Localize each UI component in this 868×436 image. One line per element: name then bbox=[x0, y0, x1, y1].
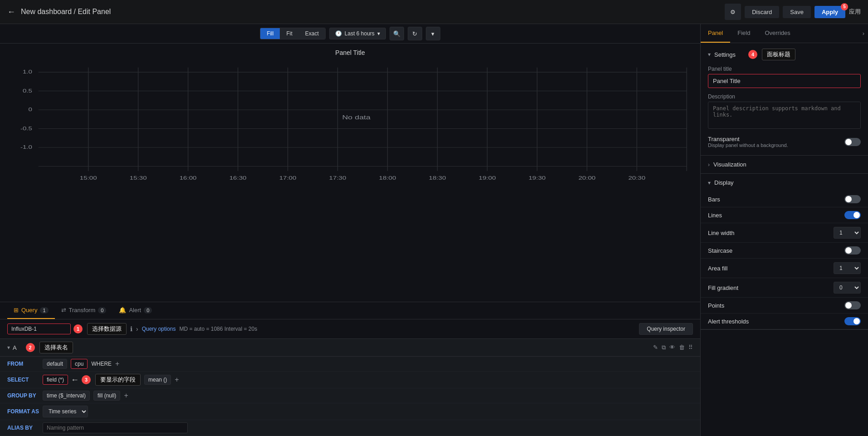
alias-input[interactable] bbox=[43, 422, 188, 433]
alert-tab-badge: 0 bbox=[144, 307, 152, 314]
eye-icon[interactable]: 👁 bbox=[669, 344, 675, 351]
rpanel-tab-field[interactable]: Field bbox=[730, 24, 757, 43]
select-fn-chip[interactable]: mean () bbox=[144, 375, 171, 385]
gear-button[interactable]: ⚙ bbox=[725, 4, 741, 20]
groupby-fill-chip[interactable]: fill (null) bbox=[93, 391, 120, 401]
line-width-row: Line width 123 bbox=[701, 223, 868, 243]
transparent-toggle[interactable] bbox=[844, 138, 861, 146]
refresh-button[interactable]: ↻ bbox=[408, 27, 422, 40]
display-title: Display bbox=[714, 179, 734, 186]
settings-section: ▾ Settings 4 面板标题 Panel title Descriptio… bbox=[701, 43, 868, 156]
line-width-select[interactable]: 123 bbox=[834, 227, 861, 239]
description-textarea[interactable] bbox=[708, 102, 861, 129]
chart-svg: 1.0 0.5 0 -0.5 -1.0 15:00 15:30 16:00 16… bbox=[7, 58, 693, 185]
bars-label: Bars bbox=[708, 196, 844, 203]
edit-icon[interactable]: ✎ bbox=[653, 344, 658, 351]
zoom-icon: 🔍 bbox=[393, 30, 400, 37]
svg-text:16:30: 16:30 bbox=[229, 175, 247, 181]
view-mode-group: Fill Fit Exact bbox=[260, 28, 326, 39]
svg-text:20:00: 20:00 bbox=[578, 175, 595, 181]
rpanel-tab-overrides[interactable]: Overrides bbox=[757, 24, 797, 43]
display-header[interactable]: ▾ Display bbox=[701, 174, 868, 191]
alert-thresholds-label: Alert thresholds bbox=[708, 318, 844, 325]
svg-text:19:30: 19:30 bbox=[528, 175, 546, 181]
tab-query[interactable]: ⊞ Query 1 bbox=[7, 302, 55, 319]
panel-title-label: Panel title bbox=[708, 66, 861, 72]
query-tab-icon: ⊞ bbox=[14, 307, 19, 314]
copy-icon[interactable]: ⧉ bbox=[662, 344, 666, 351]
svg-text:17:00: 17:00 bbox=[279, 175, 297, 181]
svg-text:0.5: 0.5 bbox=[23, 88, 32, 93]
svg-text:18:00: 18:00 bbox=[379, 175, 396, 181]
bars-toggle[interactable] bbox=[844, 195, 861, 203]
settings-header[interactable]: ▾ Settings 4 面板标题 bbox=[701, 43, 868, 66]
select-field-chip[interactable]: field (*) bbox=[43, 375, 68, 385]
gear-icon: ⚙ bbox=[730, 9, 736, 15]
fit-button[interactable]: Fit bbox=[280, 28, 298, 39]
time-range-button[interactable]: 🕐 Last 6 hours ▾ bbox=[329, 28, 386, 39]
area-fill-select[interactable]: 120 bbox=[834, 262, 861, 274]
groupby-time-chip[interactable]: time ($_interval) bbox=[43, 391, 90, 401]
visualization-title: Visualization bbox=[713, 161, 746, 168]
rpanel-tab-panel[interactable]: Panel bbox=[701, 24, 730, 43]
toggle-slider bbox=[844, 138, 861, 146]
back-button[interactable]: ← bbox=[7, 7, 15, 17]
lines-toggle-slider bbox=[844, 211, 861, 219]
groupby-add-button[interactable]: + bbox=[124, 392, 128, 400]
lines-toggle[interactable] bbox=[844, 211, 861, 219]
groupby-label: GROUP BY bbox=[7, 392, 39, 399]
exact-button[interactable]: Exact bbox=[299, 28, 325, 39]
format-label: FORMAT AS bbox=[7, 408, 39, 415]
fill-button[interactable]: Fill bbox=[260, 28, 280, 39]
annotation-1-text: 选择数据源 bbox=[87, 323, 127, 335]
transparent-title: Transparent bbox=[708, 136, 841, 142]
from-table-chip[interactable]: cpu bbox=[71, 359, 88, 369]
select-label: SELECT bbox=[7, 377, 39, 383]
format-row: FORMAT AS Time series Table bbox=[0, 403, 700, 420]
transparent-desc: Display panel without a background. bbox=[708, 142, 841, 148]
fill-gradient-select[interactable]: 01 bbox=[834, 282, 861, 294]
ds-info-icon[interactable]: ℹ bbox=[130, 325, 132, 333]
zoom-button[interactable]: 🔍 bbox=[390, 27, 404, 40]
where-add-button[interactable]: + bbox=[115, 360, 119, 368]
datasource-select[interactable]: InfluxDB-1 bbox=[7, 323, 71, 334]
annotation-2-badge: 2 bbox=[26, 343, 35, 352]
query-options-link[interactable]: Query options bbox=[142, 326, 176, 332]
points-row: Points bbox=[701, 298, 868, 314]
delete-icon[interactable]: 🗑 bbox=[679, 344, 685, 351]
alert-thresholds-toggle[interactable] bbox=[844, 317, 861, 325]
svg-text:1.0: 1.0 bbox=[23, 69, 32, 75]
alias-label: ALIAS BY bbox=[7, 425, 39, 431]
staircase-toggle[interactable] bbox=[844, 246, 861, 255]
more-button[interactable]: ▾ bbox=[426, 27, 440, 40]
apply-badge: 5 bbox=[841, 3, 848, 10]
format-select[interactable]: Time series Table bbox=[43, 406, 88, 417]
left-panel: Fill Fit Exact 🕐 Last 6 hours ▾ 🔍 ↻ ▾ Pa… bbox=[0, 24, 700, 436]
visualization-header[interactable]: › Visualization bbox=[701, 156, 868, 173]
vis-chevron: › bbox=[708, 162, 710, 168]
select-add-button[interactable]: + bbox=[175, 376, 179, 384]
right-panel: Panel Field Overrides › ▾ Settings 4 面板标… bbox=[700, 24, 868, 436]
dropdown-icon: ▾ bbox=[377, 30, 380, 37]
from-db-chip[interactable]: default bbox=[43, 359, 67, 369]
drag-icon[interactable]: ⠿ bbox=[688, 344, 693, 351]
expand-icon[interactable]: › bbox=[859, 26, 868, 40]
from-row: FROM default cpu WHERE + bbox=[0, 357, 700, 372]
query-inspector-button[interactable]: Query inspector bbox=[639, 323, 693, 335]
tab-transform[interactable]: ⇄ Transform 0 bbox=[55, 302, 113, 319]
discard-button[interactable]: Discard bbox=[745, 6, 779, 18]
save-button[interactable]: Save bbox=[783, 6, 811, 18]
lines-label: Lines bbox=[708, 212, 844, 219]
chart-area: Panel Title bbox=[0, 44, 700, 302]
staircase-row: Staircase bbox=[701, 243, 868, 259]
svg-text:20:30: 20:30 bbox=[628, 175, 645, 181]
tab-alert[interactable]: 🔔 Alert 0 bbox=[112, 302, 158, 319]
panel-title-input[interactable] bbox=[708, 74, 861, 88]
points-toggle[interactable] bbox=[844, 301, 861, 309]
alert-thresholds-toggle-slider bbox=[844, 317, 861, 325]
apply-button[interactable]: Apply 5 bbox=[814, 6, 845, 18]
annotation-2-text: 选择表名 bbox=[39, 342, 73, 353]
area-fill-label: Area fill bbox=[708, 265, 834, 272]
description-label: Description bbox=[708, 93, 861, 100]
annotation-4-text: 面板标题 bbox=[762, 49, 795, 60]
